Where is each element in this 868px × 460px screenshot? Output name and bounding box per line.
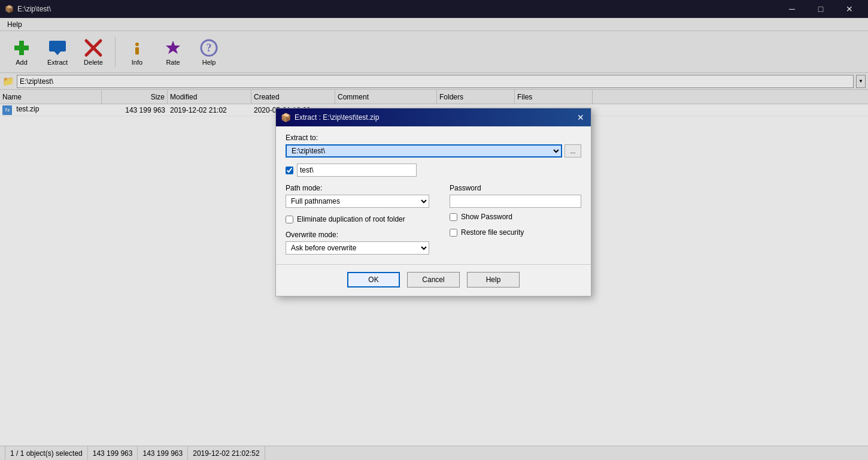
eliminate-dup-label: Eliminate duplication of root folder [297, 215, 405, 223]
restore-security-label: Restore file security [461, 228, 524, 237]
show-password-row: Show Password [450, 213, 581, 221]
dialog-close-button[interactable]: ✕ [575, 112, 586, 123]
path-mode-select[interactable]: Full pathnames No pathnames Relative pat… [286, 195, 429, 208]
show-password-checkbox[interactable] [450, 213, 457, 221]
eliminate-dup-row: Eliminate duplication of root folder [286, 215, 438, 223]
browse-button[interactable]: ... [564, 144, 581, 158]
cancel-button[interactable]: Cancel [407, 272, 460, 288]
overwrite-label: Overwrite mode: [286, 231, 438, 239]
path-mode-label: Path mode: [286, 184, 438, 192]
ok-button[interactable]: OK [347, 272, 400, 288]
extract-to-label: Extract to: [286, 134, 581, 142]
dialog-title-text: Extract : E:\zip\test\test.zip [295, 113, 379, 122]
dialog-help-button[interactable]: Help [467, 272, 520, 288]
extract-to-row: E:\zip\test\ ... [286, 144, 581, 158]
show-password-label: Show Password [461, 213, 512, 221]
dialog-col-right: Password Show Password Restore file secu… [450, 184, 581, 255]
subfolder-input[interactable] [297, 164, 417, 177]
dialog-col-left: Path mode: Full pathnames No pathnames R… [286, 184, 438, 255]
subfolder-row [286, 164, 581, 177]
overwrite-select[interactable]: Ask before overwrite Overwrite without p… [286, 241, 429, 255]
password-label: Password [450, 184, 581, 192]
extract-dialog: 📦 Extract : E:\zip\test\test.zip ✕ Extra… [275, 108, 591, 296]
dialog-title-bar: 📦 Extract : E:\zip\test\test.zip ✕ [276, 108, 591, 126]
subfolder-checkbox[interactable] [286, 167, 293, 174]
restore-security-row: Restore file security [450, 228, 581, 237]
restore-security-checkbox[interactable] [450, 229, 457, 237]
dialog-two-col: Path mode: Full pathnames No pathnames R… [286, 184, 581, 255]
eliminate-dup-checkbox[interactable] [286, 216, 293, 223]
dialog-body: Extract to: E:\zip\test\ ... Path mode: … [276, 126, 591, 262]
extract-to-select[interactable]: E:\zip\test\ [286, 144, 562, 158]
dialog-footer: OK Cancel Help [276, 264, 591, 296]
dialog-title-icon: 📦 [281, 113, 291, 122]
password-input[interactable] [450, 195, 581, 208]
